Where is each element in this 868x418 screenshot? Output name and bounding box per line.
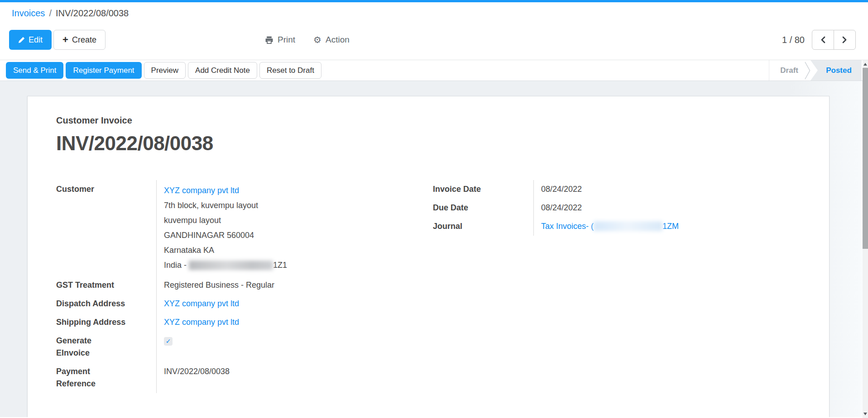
vertical-scrollbar[interactable] <box>863 60 868 418</box>
create-button-label: Create <box>72 35 96 45</box>
customer-value: XYZ company pvt ltd 7th block, kuvempu l… <box>157 180 433 276</box>
check-icon: ✓ <box>166 338 171 344</box>
send-print-button[interactable]: Send & Print <box>6 62 63 79</box>
stage-draft[interactable]: Draft <box>769 60 805 81</box>
pager: 1 / 80 <box>782 30 856 50</box>
edit-button[interactable]: Edit <box>9 30 52 50</box>
journal-value: Tax Invoices- (1ZM <box>534 217 750 236</box>
generate-einvoice-label: Generate EInvoice <box>56 335 108 359</box>
right-field-group: Invoice Date 08/24/2022 Due Date 08/24/2… <box>433 180 750 236</box>
due-date-label: Due Date <box>433 199 534 217</box>
gear-icon: ⚙ <box>313 35 321 44</box>
edit-button-label: Edit <box>29 35 43 45</box>
reset-to-draft-button[interactable]: Reset to Draft <box>259 62 321 79</box>
country-prefix: India - <box>164 261 189 270</box>
breadcrumb-invoices-link[interactable]: Invoices <box>12 8 45 18</box>
stage-posted[interactable]: Posted <box>810 60 862 81</box>
due-date-value: 08/24/2022 <box>534 199 750 217</box>
journal-prefix: Tax Invoices- ( <box>541 222 594 231</box>
triangle-up-icon <box>863 63 867 66</box>
dispatch-address-link[interactable]: XYZ company pvt ltd <box>164 299 239 308</box>
stage-chevron-icon <box>805 62 810 80</box>
redacted-gstin <box>189 261 273 270</box>
stage-widget: Draft Posted <box>769 60 862 81</box>
breadcrumb: Invoices/INV/2022/08/0038 <box>0 2 868 23</box>
add-credit-note-button[interactable]: Add Credit Note <box>188 62 257 79</box>
statusbar: Send & Print Register Payment Preview Ad… <box>0 60 868 81</box>
customer-address-line: Karnataka KA <box>164 243 433 258</box>
customer-link[interactable]: XYZ company pvt ltd <box>164 186 239 195</box>
invoice-date-value: 08/24/2022 <box>534 180 750 199</box>
shipping-address-label: Shipping Address <box>56 313 157 332</box>
journal-suffix: 1ZM <box>662 222 679 231</box>
dispatch-address-label: Dispatch Address <box>56 294 157 313</box>
generate-einvoice-checkbox[interactable]: ✓ <box>164 337 173 346</box>
customer-address-line: 7th block, kuvempu layout <box>164 198 433 213</box>
action-menu-label: Action <box>326 35 350 45</box>
breadcrumb-separator: / <box>45 8 56 18</box>
pager-buttons <box>812 30 856 50</box>
customer-address-line: kuvempu layout <box>164 213 433 228</box>
control-panel: Edit + Create Print ⚙ Action 1 / 80 <box>0 23 868 60</box>
customer-address-line: GANDHINAGAR 560004 <box>164 228 433 243</box>
action-menu[interactable]: ⚙ Action <box>313 35 350 45</box>
center-actions: Print ⚙ Action <box>265 30 350 50</box>
invoice-date-label: Invoice Date <box>433 180 534 199</box>
preview-button[interactable]: Preview <box>144 62 186 79</box>
invoice-title: INV/2022/08/0038 <box>56 132 801 155</box>
field-groups: Customer XYZ company pvt ltd 7th block, … <box>56 180 801 393</box>
print-menu[interactable]: Print <box>265 35 295 45</box>
journal-label: Journal <box>433 217 534 236</box>
printer-icon <box>265 36 273 44</box>
chevron-right-icon <box>842 36 847 43</box>
gst-treatment-value: Registered Business - Regular <box>157 276 433 294</box>
content-area: Customer Invoice INV/2022/08/0038 Custom… <box>0 81 868 417</box>
country-suffix: 1Z1 <box>273 261 287 270</box>
redacted-journal-gstin <box>594 221 662 231</box>
invoice-sheet: Customer Invoice INV/2022/08/0038 Custom… <box>27 96 830 417</box>
customer-label: Customer <box>56 180 157 276</box>
gst-treatment-label: GST Treatment <box>56 276 157 294</box>
scrollbar-thumb[interactable] <box>863 68 868 249</box>
breadcrumb-current: INV/2022/08/0038 <box>56 8 129 18</box>
payment-reference-value: INV/2022/08/0038 <box>157 362 433 393</box>
pager-value: 1 / 80 <box>782 35 805 45</box>
scroll-down-button[interactable] <box>863 411 868 417</box>
pager-previous-button[interactable] <box>812 30 834 50</box>
print-menu-label: Print <box>278 35 295 45</box>
shipping-address-link[interactable]: XYZ company pvt ltd <box>164 318 239 327</box>
left-field-group: Customer XYZ company pvt ltd 7th block, … <box>56 180 433 393</box>
triangle-down-icon <box>863 413 867 415</box>
pager-next-button[interactable] <box>834 30 856 50</box>
document-type-label: Customer Invoice <box>56 115 801 126</box>
create-button[interactable]: + Create <box>53 30 106 50</box>
payment-reference-label: Payment Reference <box>56 366 108 390</box>
chevron-left-icon <box>820 36 825 43</box>
journal-link[interactable]: Tax Invoices- (1ZM <box>541 222 679 231</box>
customer-country-line: India - 1Z1 <box>164 258 433 273</box>
register-payment-button[interactable]: Register Payment <box>66 62 141 79</box>
pencil-icon <box>18 37 25 43</box>
scroll-up-button[interactable] <box>863 61 868 67</box>
